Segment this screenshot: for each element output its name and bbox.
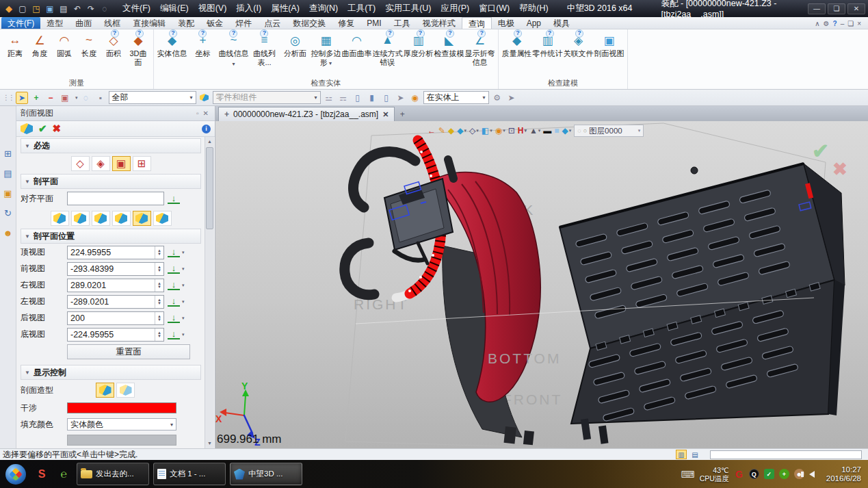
ribbon-tab[interactable]: 点云	[258, 17, 287, 29]
menu-item[interactable]: 帮助(H)	[514, 0, 553, 17]
scroll-thumb[interactable]	[206, 147, 213, 229]
new-tab-button[interactable]: +	[395, 107, 410, 121]
ribbon-tab[interactable]: 工具	[388, 17, 417, 29]
filter-combo[interactable]: 全部	[109, 91, 196, 104]
style-gear-icon[interactable]: ⚙	[824, 20, 830, 27]
ribbon-tab[interactable]: 电极	[492, 17, 521, 29]
quicklaunch-s-icon[interactable]: S	[33, 465, 51, 483]
fill-color-combo[interactable]: 实体颜色	[67, 418, 176, 431]
volume-icon[interactable]	[809, 471, 815, 478]
background-bar-icon[interactable]: ▬	[543, 126, 551, 136]
history-manager-icon[interactable]: ▤	[3, 168, 12, 179]
undo-icon[interactable]: ↶	[71, 3, 83, 15]
snap-pointer-icon[interactable]: ➤	[505, 92, 518, 104]
ribbon-button[interactable]: ◆ 质量属性	[501, 31, 532, 58]
menu-item[interactable]: 编辑(E)	[155, 0, 194, 17]
ribbon-tab[interactable]: 修复	[332, 17, 360, 29]
start-button[interactable]	[5, 464, 26, 485]
new-icon[interactable]: ▢	[16, 3, 29, 15]
ribbon-tab[interactable]: 造型	[40, 17, 69, 29]
taskbar-button-folder[interactable]: 发出去的...	[77, 463, 149, 485]
toolbar-grip[interactable]: ⋮⋮	[3, 94, 14, 101]
ribbon-tab[interactable]: 直接编辑	[127, 17, 172, 29]
ribbon-button[interactable]: ≡ 曲线列表...	[249, 31, 280, 67]
confirm-check-icon[interactable]: ✔	[812, 139, 829, 163]
command-input[interactable]	[710, 450, 862, 459]
exit-section-icon[interactable]: ←	[428, 126, 436, 136]
section-box-icon[interactable]: ▣	[112, 156, 131, 171]
position-dropdown-icon[interactable]: ▾	[182, 250, 185, 255]
redo-icon[interactable]: ↷	[85, 3, 97, 15]
section-h-icon[interactable]: H▾	[518, 126, 527, 136]
spinner[interactable]: ▲▼	[155, 329, 163, 341]
panel-dock-icon[interactable]: ▫	[194, 110, 201, 117]
spinner[interactable]: ▲▼	[155, 246, 163, 259]
tray-qq-icon[interactable]: Q	[749, 469, 759, 479]
menu-item[interactable]: 实用工具(U)	[380, 0, 436, 17]
align-apply-icon[interactable]: ↓	[168, 194, 180, 204]
menu-item[interactable]: 应用(P)	[436, 0, 474, 17]
doc-minimize-icon[interactable]: –	[841, 20, 845, 27]
section-display[interactable]: 显示控制	[21, 365, 201, 380]
pointer2-icon[interactable]: ➤	[395, 92, 407, 104]
help-icon[interactable]: ?	[833, 20, 837, 27]
position-input[interactable]: -289.0201 ▲▼	[67, 295, 164, 309]
position-input[interactable]: -293.48399 ▲▼	[67, 262, 164, 276]
align-h-icon[interactable]: ⚍	[323, 92, 335, 104]
ribbon-button[interactable]: ◎ 分析面	[280, 31, 311, 58]
plane-right-icon[interactable]	[92, 211, 110, 226]
user-manager-icon[interactable]: ☻	[3, 228, 13, 238]
spinner[interactable]: ▲▼	[155, 296, 163, 308]
status-list-icon[interactable]: ▤	[689, 450, 700, 459]
position-apply-icon[interactable]: ↓	[168, 264, 180, 274]
layer-combo[interactable]: ◌ ○ 图层0000	[574, 125, 644, 137]
open-folder-icon[interactable]: ◳	[30, 3, 42, 15]
lasso-icon[interactable]: ◌	[80, 92, 92, 104]
scroll-down-icon[interactable]: ▼	[205, 439, 214, 448]
fill-color-preview[interactable]	[67, 435, 176, 446]
ribbon-tab[interactable]: PMI	[360, 17, 387, 29]
status-filter-icon[interactable]: ▥	[676, 450, 687, 459]
pick-cursor-icon[interactable]: ➤	[16, 92, 28, 104]
snap-combo[interactable]: 在实体上	[423, 91, 489, 104]
save-icon[interactable]: ▣	[44, 3, 56, 15]
ribbon-button[interactable]: ◠ 圆弧	[52, 31, 77, 58]
menu-item[interactable]: 工具(T)	[343, 0, 380, 17]
circle-view-icon[interactable]: ◉▾	[495, 126, 505, 136]
snap-settings-icon[interactable]: ⚙	[491, 92, 503, 104]
ribbon-button[interactable]: ▥ 厚度分析	[403, 31, 434, 58]
shade-mode-icon[interactable]: ◆▾	[457, 126, 466, 136]
assembly-manager-icon[interactable]: ⊞	[4, 149, 12, 159]
ribbon-button[interactable]: ▥ 零件统计	[532, 31, 563, 58]
taskbar-button-zw3d[interactable]: 中望3D ...	[230, 463, 302, 485]
tray-clock[interactable]: 10:27 2016/6/28	[826, 465, 861, 483]
section-position[interactable]: 剖平面位置	[21, 229, 201, 244]
align-plane-input[interactable]	[67, 192, 164, 205]
plane-front-icon[interactable]	[71, 211, 90, 226]
ribbon-tab[interactable]: 模具	[547, 17, 576, 29]
ribbon-tab[interactable]: 曲面	[69, 17, 98, 29]
section-slice-icon[interactable]: ◈	[92, 156, 110, 171]
tray-plus-icon[interactable]: +	[779, 469, 789, 479]
doc-restore-icon[interactable]: ❏	[847, 20, 854, 27]
collapse-ribbon-icon[interactable]: ∧	[815, 20, 819, 27]
entity-cube-icon[interactable]	[198, 92, 211, 104]
position-apply-icon[interactable]: ↓	[168, 296, 180, 307]
interference-color-swatch[interactable]	[67, 402, 176, 413]
ribbon-button[interactable]: ∠ 显示折弯信息	[464, 31, 495, 67]
wireframe-mode-icon[interactable]: ◇▾	[469, 126, 479, 136]
regen-icon[interactable]: ◆	[448, 126, 454, 136]
spinner[interactable]: ▲▼	[155, 263, 163, 275]
menu-item[interactable]: 属性(A)	[266, 0, 304, 17]
spinner[interactable]: ▲▼	[155, 312, 163, 324]
plane-back-icon[interactable]	[133, 211, 151, 226]
section-plane-icon[interactable]: ◇	[71, 156, 90, 171]
taskbar-button-word[interactable]: 文档 1 - ...	[153, 463, 226, 485]
ribbon-button[interactable]: ▣ 剖面视图	[594, 31, 624, 58]
ribbon-button[interactable]: ∠ 角度	[27, 31, 52, 58]
ribbon-button[interactable]: ◠ 曲面曲率	[341, 31, 372, 58]
ribbon-button[interactable]: ~ 曲线信息	[218, 31, 249, 68]
half-section-icon[interactable]: ◧▾	[482, 126, 492, 136]
apply-button[interactable]: ✔	[38, 123, 47, 135]
minimize-button[interactable]: —	[808, 3, 826, 14]
